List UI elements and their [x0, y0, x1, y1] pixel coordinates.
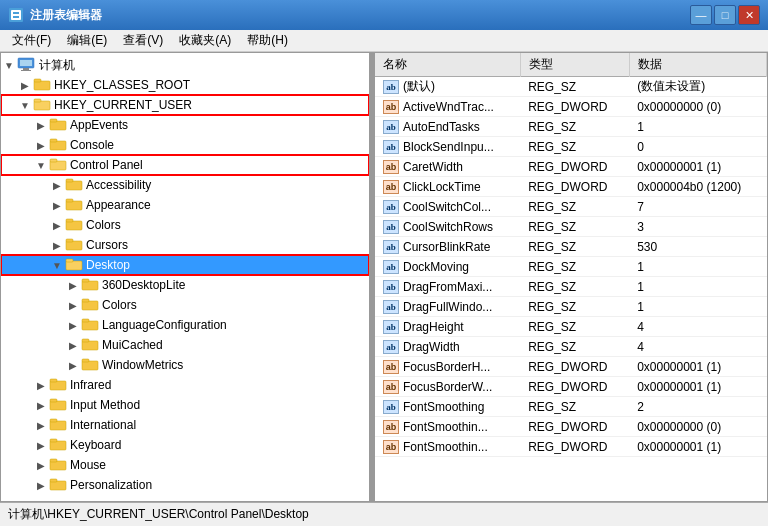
tree-expander-desktop[interactable]: ▼	[49, 257, 65, 273]
list-panel[interactable]: 名称 类型 数据 ab(默认)REG_SZ(数值未设置)abActiveWndT…	[375, 53, 767, 501]
dword-icon: ab	[383, 360, 399, 374]
tree-node-control_panel[interactable]: ▼ Control Panel	[1, 155, 369, 175]
tree-node-muicached[interactable]: ▶ MuiCached	[1, 335, 369, 355]
tree-expander-personalization[interactable]: ▶	[33, 477, 49, 493]
table-row[interactable]: ab(默认)REG_SZ(数值未设置)	[375, 77, 767, 97]
table-row[interactable]: abFontSmoothin...REG_DWORD0x00000001 (1)	[375, 437, 767, 457]
tree-expander-console[interactable]: ▶	[33, 137, 49, 153]
tree-node-desktop[interactable]: ▼ Desktop	[1, 255, 369, 275]
cell-type-2: REG_SZ	[520, 117, 629, 137]
tree-node-appevents[interactable]: ▶ AppEvents	[1, 115, 369, 135]
svg-rect-11	[34, 99, 41, 102]
table-row[interactable]: abActiveWndTrac...REG_DWORD0x00000000 (0…	[375, 97, 767, 117]
tree-panel[interactable]: ▼ 计算机▶ HKEY_CLASSES_ROOT▼ HKEY_CURRENT_U…	[1, 53, 371, 501]
tree-expander-infrared[interactable]: ▶	[33, 377, 49, 393]
cell-data-15: 0x00000001 (1)	[629, 377, 766, 397]
tree-node-hkey_classes_root[interactable]: ▶ HKEY_CLASSES_ROOT	[1, 75, 369, 95]
tree-node-appearance[interactable]: ▶ Appearance	[1, 195, 369, 215]
minimize-button[interactable]: —	[690, 5, 712, 25]
tree-expander-360desktoplite[interactable]: ▶	[65, 277, 81, 293]
tree-node-computer[interactable]: ▼ 计算机	[1, 55, 369, 75]
table-row[interactable]: abBlockSendInpu...REG_SZ0	[375, 137, 767, 157]
table-row[interactable]: abCaretWidthREG_DWORD0x00000001 (1)	[375, 157, 767, 177]
table-row[interactable]: abAutoEndTasksREG_SZ1	[375, 117, 767, 137]
cell-name-13: abDragWidth	[375, 337, 520, 357]
cell-type-6: REG_SZ	[520, 197, 629, 217]
tree-label-international: International	[70, 418, 136, 432]
tree-expander-colors2[interactable]: ▶	[65, 297, 81, 313]
tree-node-360desktoplite[interactable]: ▶ 360DesktopLite	[1, 275, 369, 295]
tree-expander-control_panel[interactable]: ▼	[33, 157, 49, 173]
tree-node-international[interactable]: ▶ International	[1, 415, 369, 435]
tree-expander-appevents[interactable]: ▶	[33, 117, 49, 133]
tree-expander-languageconfiguration[interactable]: ▶	[65, 317, 81, 333]
tree-node-colors[interactable]: ▶ Colors	[1, 215, 369, 235]
cell-data-18: 0x00000001 (1)	[629, 437, 766, 457]
cell-type-13: REG_SZ	[520, 337, 629, 357]
cell-type-14: REG_DWORD	[520, 357, 629, 377]
cell-name-4: abCaretWidth	[375, 157, 520, 177]
table-row[interactable]: abDockMovingREG_SZ1	[375, 257, 767, 277]
table-row[interactable]: abFontSmoothingREG_SZ2	[375, 397, 767, 417]
maximize-button[interactable]: □	[714, 5, 736, 25]
tree-node-mouse[interactable]: ▶ Mouse	[1, 455, 369, 475]
tree-expander-keyboard[interactable]: ▶	[33, 437, 49, 453]
svg-rect-10	[34, 101, 50, 110]
tree-node-accessibility[interactable]: ▶ Accessibility	[1, 175, 369, 195]
table-row[interactable]: abCoolSwitchRowsREG_SZ3	[375, 217, 767, 237]
tree-node-cursors[interactable]: ▶ Cursors	[1, 235, 369, 255]
tree-node-windowmetrics[interactable]: ▶ WindowMetrics	[1, 355, 369, 375]
table-row[interactable]: abDragHeightREG_SZ4	[375, 317, 767, 337]
tree-expander-appearance[interactable]: ▶	[49, 197, 65, 213]
cell-data-16: 2	[629, 397, 766, 417]
tree-expander-computer[interactable]: ▼	[1, 57, 17, 73]
column-name[interactable]: 名称	[375, 53, 520, 77]
tree-node-infrared[interactable]: ▶ Infrared	[1, 375, 369, 395]
tree-expander-mouse[interactable]: ▶	[33, 457, 49, 473]
menu-help[interactable]: 帮助(H)	[239, 30, 296, 51]
svg-rect-41	[50, 399, 57, 402]
string-icon: ab	[383, 200, 399, 214]
menu-file[interactable]: 文件(F)	[4, 30, 59, 51]
tree-expander-accessibility[interactable]: ▶	[49, 177, 65, 193]
cell-type-17: REG_DWORD	[520, 417, 629, 437]
table-row[interactable]: abDragFromMaxi...REG_SZ1	[375, 277, 767, 297]
svg-rect-45	[50, 439, 57, 442]
cell-name-8: abCursorBlinkRate	[375, 237, 520, 257]
table-row[interactable]: abFocusBorderW...REG_DWORD0x00000001 (1)	[375, 377, 767, 397]
table-row[interactable]: abFontSmoothin...REG_DWORD0x00000000 (0)	[375, 417, 767, 437]
table-row[interactable]: abDragWidthREG_SZ4	[375, 337, 767, 357]
dword-icon: ab	[383, 180, 399, 194]
tree-node-keyboard[interactable]: ▶ Keyboard	[1, 435, 369, 455]
string-icon: ab	[383, 240, 399, 254]
table-row[interactable]: abCursorBlinkRateREG_SZ530	[375, 237, 767, 257]
tree-expander-muicached[interactable]: ▶	[65, 337, 81, 353]
menu-view[interactable]: 查看(V)	[115, 30, 171, 51]
close-button[interactable]: ✕	[738, 5, 760, 25]
tree-expander-colors[interactable]: ▶	[49, 217, 65, 233]
tree-node-languageconfiguration[interactable]: ▶ LanguageConfiguration	[1, 315, 369, 335]
tree-node-hkey_current_user[interactable]: ▼ HKEY_CURRENT_USER	[1, 95, 369, 115]
tree-expander-cursors[interactable]: ▶	[49, 237, 65, 253]
table-row[interactable]: abFocusBorderH...REG_DWORD0x00000001 (1)	[375, 357, 767, 377]
folder-icon-360desktoplite	[81, 277, 99, 294]
column-type[interactable]: 类型	[520, 53, 629, 77]
column-data[interactable]: 数据	[629, 53, 766, 77]
tree-node-personalization[interactable]: ▶ Personalization	[1, 475, 369, 495]
tree-expander-hkey_classes_root[interactable]: ▶	[17, 77, 33, 93]
table-row[interactable]: abClickLockTimeREG_DWORD0x000004b0 (1200…	[375, 177, 767, 197]
tree-node-inputmethod[interactable]: ▶ Input Method	[1, 395, 369, 415]
tree-node-colors2[interactable]: ▶ Colors	[1, 295, 369, 315]
folder-icon-hkey_classes_root	[33, 77, 51, 94]
tree-expander-international[interactable]: ▶	[33, 417, 49, 433]
table-row[interactable]: abDragFullWindo...REG_SZ1	[375, 297, 767, 317]
tree-expander-windowmetrics[interactable]: ▶	[65, 357, 81, 373]
tree-expander-hkey_current_user[interactable]: ▼	[17, 97, 33, 113]
menu-favorites[interactable]: 收藏夹(A)	[171, 30, 239, 51]
menu-edit[interactable]: 编辑(E)	[59, 30, 115, 51]
table-row[interactable]: abCoolSwitchCol...REG_SZ7	[375, 197, 767, 217]
tree-node-console[interactable]: ▶ Console	[1, 135, 369, 155]
folder-icon-colors2	[81, 297, 99, 314]
cell-type-11: REG_SZ	[520, 297, 629, 317]
tree-expander-inputmethod[interactable]: ▶	[33, 397, 49, 413]
